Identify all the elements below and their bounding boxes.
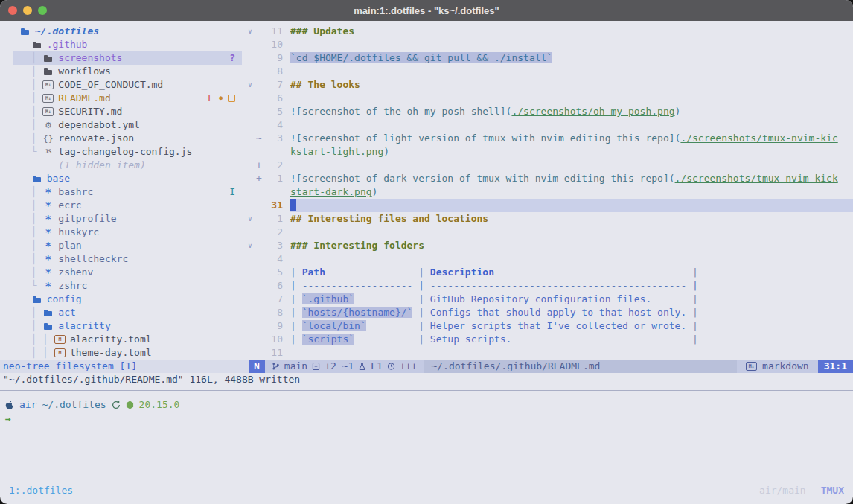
editor-cursor-line[interactable]: 31 [246,199,853,212]
editor-line[interactable]: ∨ 7## The looks [246,78,853,92]
git-status-badge: E [208,92,214,105]
markdown-file-icon: M↓ [42,80,54,89]
editor-line[interactable]: 5| Path | Description | [246,266,853,279]
tree-item-gitprofile[interactable]: │ *gitprofile [0,212,246,226]
syntax-segment: | [366,320,430,331]
tree-item-label: CODE_OF_CONDUCT.md [58,78,163,92]
neotree-statusline: neo-tree filesystem [1] [0,360,249,373]
toml-file-icon: M [54,335,66,344]
tree-item-github[interactable]: .github [0,38,246,51]
tree-item-dotfiles[interactable]: ~/.dotfiles [0,25,246,38]
editor-line[interactable]: 10| `scripts` | Setup scripts. | [246,333,853,346]
file-icon-wrap: * [42,185,54,199]
tree-item-dependabot-yml[interactable]: │ ⚙dependabot.yml [0,118,246,132]
editor-line[interactable]: ∨ 3### Interesting folders [246,239,853,252]
tree-item-security-md[interactable]: │ M↓SECURITY.md [0,105,246,118]
tree-item-1-hidden-item[interactable]: (1 hidden item) [0,159,246,172]
editor-line[interactable]: +1![screenshot of dark version of tmux w… [246,172,853,185]
file-icon-wrap: ⚙ [42,121,54,130]
tree-item-alacritty-toml[interactable]: │ │ Malacritty.toml [0,333,246,346]
tree-indent-guide: │ [19,306,42,319]
fold-column [246,51,255,65]
editor-line[interactable]: 9`cd $HOME/.dotfiles && git pull && ./in… [246,51,853,65]
syntax-segment: | [651,293,698,304]
apple-icon [5,400,14,410]
tree-item-renovate-json[interactable]: │ {}renovate.json [0,132,246,145]
folder-icon [33,296,41,303]
tree-indent-guide: │ [19,212,42,226]
git-sign-column [255,25,263,38]
tree-item-plan[interactable]: │ *plan [0,239,246,252]
syntax-segment: ### Updates [290,25,354,36]
line-text: | `.github` | GitHub Repository configur… [290,293,853,306]
tree-item-config[interactable]: config [0,293,246,306]
tree-item-act[interactable]: │ act [0,306,246,319]
editor-line[interactable]: 6 [246,92,853,105]
file-icon-wrap: M [54,335,66,344]
editor-line[interactable]: +2 [246,159,853,172]
editor-line[interactable]: ∨ 11### Updates [246,25,853,38]
tree-item-zshrc[interactable]: └ *zshrc [0,279,246,293]
tree-item-screenshots[interactable]: │ screenshots? [0,51,246,65]
status-band: neo-tree filesystem [1] N main +2 ~1 E1 … [0,360,853,373]
diagnostics-count: E1 [371,360,383,373]
tmux-window-name[interactable]: 1:.dotfiles [9,485,73,496]
editor-line[interactable]: start-dark.png) [246,185,853,199]
plugin-flags: +++ [400,360,417,373]
folder-icon [44,310,52,316]
git-status-badge [228,95,235,102]
tree-item-code-of-conduct-md[interactable]: │ M↓CODE_OF_CONDUCT.md [0,78,246,92]
editor-line[interactable]: 11 [246,346,853,360]
tree-item-workflows[interactable]: │ workflows [0,65,246,78]
tree-item-base[interactable]: base [0,172,246,185]
tmux-pane-border[interactable] [0,390,853,391]
tree-item-shellcheckrc[interactable]: │ *shellcheckrc [0,252,246,266]
fold-chevron-icon: ∨ [246,239,255,252]
editor-line[interactable]: 8 [246,65,853,78]
tree-item-readme-md[interactable]: │ M↓README.mdE● [0,92,246,105]
tree-item-bashrc[interactable]: │ *bashrcI [0,185,246,199]
tmux-right-status: air/main TMUX [759,485,844,496]
line-text: ### Updates [290,25,853,38]
editor-line[interactable]: kstart-light.png) [246,145,853,159]
git-sign-column [255,185,263,199]
tree-item-huskyrc[interactable]: │ *huskyrc [0,226,246,239]
tree-item-alacritty[interactable]: │ alacritty [0,319,246,333]
syntax-segment: | [354,334,430,345]
toml-file-icon: M [54,348,66,357]
fold-column [246,172,255,185]
git-sign-column: + [255,172,263,185]
editor-line[interactable]: 4 [246,252,853,266]
line-text: ![screenshot of the oh-my-posh shell](./… [290,105,853,118]
fold-column [246,319,255,333]
neotree-file-explorer: ~/.dotfiles .github │ screenshots? │ wor… [0,25,246,360]
editor-line[interactable]: 8| `hosts/{hostname}/` | Configs that sh… [246,306,853,319]
syntax-segment: ) [383,146,389,157]
tree-indent-guide [19,293,31,306]
editor-line[interactable]: 10 [246,38,853,51]
prompt-arrow[interactable]: → [5,412,179,426]
tree-item-theme-day-toml[interactable]: │ │ Mtheme-day.toml [0,346,246,360]
editor-line[interactable]: 4 [246,118,853,132]
editor-line[interactable]: 7| `.github` | GitHub Repository configu… [246,293,853,306]
git-status-badges: ? [229,51,246,65]
syntax-segment: ### Interesting folders [290,240,424,251]
tree-item-tag-changelog-config-js[interactable]: └ JStag-changelog-config.js [0,145,246,159]
tree-item-label: gitprofile [58,212,116,226]
editor-line[interactable]: 9| `local/bin` | Helper scripts that I'v… [246,319,853,333]
editor-line[interactable]: 2 [246,226,853,239]
tree-item-label: alacritty.toml [70,333,152,346]
editor-line[interactable]: ∨ 1## Interesting files and locations [246,212,853,226]
editor-line[interactable]: 6| ------------------- | ---------------… [246,279,853,293]
tree-indent-guide: │ [19,92,42,105]
editor-line[interactable]: ~3![screenshot of light version of tmux … [246,132,853,145]
line-number: 5 [263,105,283,118]
syntax-segment: | [290,293,302,304]
syntax-segment: Setup scripts. [430,334,512,345]
tree-item-zshenv[interactable]: │ *zshenv [0,266,246,279]
file-icon-wrap: * [42,199,54,212]
tree-item-ecrc[interactable]: │ *ecrc [0,199,246,212]
line-number: 11 [263,346,283,360]
editor-line[interactable]: 5![screenshot of the oh-my-posh shell](.… [246,105,853,118]
editor-buffer[interactable]: ∨ 11### Updates 10 9`cd $HOME/.dotfiles … [246,25,853,360]
